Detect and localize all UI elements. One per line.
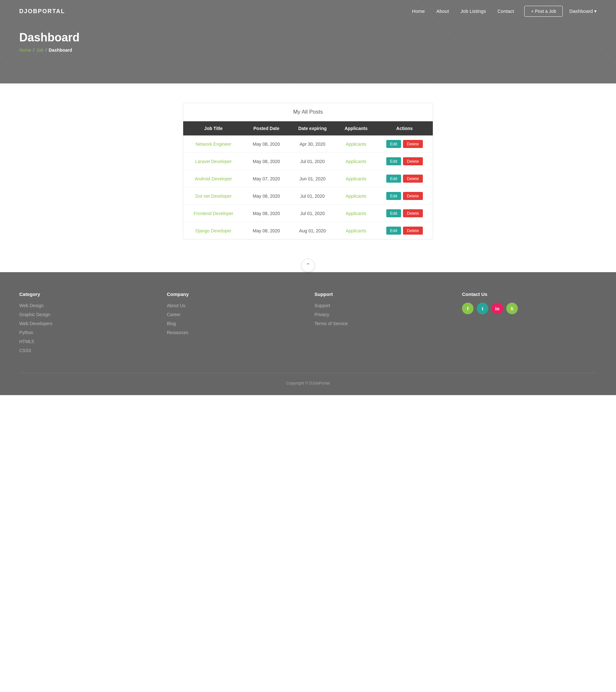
nav-about[interactable]: About	[436, 8, 449, 14]
footer-category-web-developers[interactable]: Web Developers	[19, 321, 52, 326]
posts-table-container: My All Posts Job Title Posted Date Date …	[183, 103, 433, 239]
actions-cell: Edit Delete	[376, 170, 433, 188]
delete-button[interactable]: Delete	[403, 157, 423, 165]
navbar: DJOBPORTAL Home About Job Listings Conta…	[0, 0, 616, 22]
actions-cell: Edit Delete	[376, 222, 433, 239]
footer-company-resources[interactable]: Resources	[167, 330, 188, 335]
nav-links: Home About Job Listings Contact	[412, 8, 514, 14]
footer-columns: Category Web Design Graphic Design Web D…	[19, 291, 597, 356]
job-title-cell: Android Developer	[183, 170, 244, 188]
table-header-row: Job Title Posted Date Date expiring Appl…	[183, 121, 433, 135]
edit-button[interactable]: Edit	[386, 140, 401, 148]
scroll-top-button[interactable]: ⌃	[301, 259, 315, 272]
table-row: Laravel Developer May 08, 2020 Jul 01, 2…	[183, 153, 433, 170]
posted-date-cell: May 08, 2020	[244, 135, 289, 153]
hero-content: Dashboard Home / Job / Dashboard	[19, 31, 597, 52]
edit-button[interactable]: Edit	[386, 226, 401, 235]
delete-button[interactable]: Delete	[403, 226, 423, 235]
social-icons: f t in li	[462, 303, 597, 314]
footer-bottom: Copyright © DJobPortel	[19, 373, 597, 386]
posted-date-cell: May 08, 2020	[244, 153, 289, 170]
nav-home[interactable]: Home	[412, 8, 425, 14]
job-title-link[interactable]: Android Developer	[195, 176, 232, 181]
footer-contact-title: Contact Us	[462, 291, 597, 297]
table-section-title: My All Posts	[183, 103, 433, 121]
footer-company-list: About Us Career Blog Resources	[167, 303, 302, 336]
expiring-date-cell: Jul 01, 2020	[289, 153, 336, 170]
applicants-link[interactable]: Applicants	[346, 142, 367, 147]
applicants-cell: Applicants	[336, 153, 376, 170]
footer-category-css3[interactable]: CSS3	[19, 348, 31, 353]
footer-company-title: Company	[167, 291, 302, 297]
footer-company-about-us[interactable]: About Us	[167, 303, 185, 308]
instagram-icon[interactable]: in	[491, 303, 503, 314]
footer-support-col: Support Support Privacy Terms of Service	[314, 291, 449, 356]
job-title-link[interactable]: Network Engineer	[196, 142, 231, 147]
twitter-icon[interactable]: t	[477, 303, 488, 314]
edit-button[interactable]: Edit	[386, 175, 401, 182]
footer-category-html5[interactable]: HTML5	[19, 339, 34, 344]
job-title-link[interactable]: Frontend Developer	[194, 211, 233, 216]
job-title-cell: Frontend Developer	[183, 205, 244, 222]
footer-support-support[interactable]: Support	[314, 303, 330, 308]
col-posted-date: Posted Date	[244, 121, 289, 135]
expiring-date-cell: Jul 01, 2020	[289, 188, 336, 205]
table-body: Network Engineer May 08, 2020 Apr 30, 20…	[183, 135, 433, 239]
edit-button[interactable]: Edit	[386, 157, 401, 165]
job-title-link[interactable]: Django Developer	[195, 228, 231, 233]
expiring-date-cell: Apr 30, 2020	[289, 135, 336, 153]
job-title-cell: Laravel Developer	[183, 153, 244, 170]
footer-company-blog[interactable]: Blog	[167, 321, 176, 326]
job-title-link[interactable]: Laravel Developer	[195, 159, 232, 164]
applicants-link[interactable]: Applicants	[346, 228, 367, 233]
breadcrumb-home[interactable]: Home	[19, 47, 31, 52]
delete-button[interactable]: Delete	[403, 175, 423, 182]
footer-support-terms[interactable]: Terms of Service	[314, 321, 348, 326]
job-title-cell: Dot net Developer	[183, 188, 244, 205]
copyright-text: Copyright © DJobPortel	[286, 381, 330, 386]
footer-contact-col: Contact Us f t in li	[462, 291, 597, 356]
table-head: Job Title Posted Date Date expiring Appl…	[183, 121, 433, 135]
post-job-button[interactable]: + Post a Job	[524, 6, 563, 17]
table-row: Dot net Developer May 08, 2020 Jul 01, 2…	[183, 188, 433, 205]
posted-date-cell: May 08, 2020	[244, 188, 289, 205]
delete-button[interactable]: Delete	[403, 192, 423, 200]
footer-category-web-design[interactable]: Web Design	[19, 303, 44, 308]
edit-button[interactable]: Edit	[386, 192, 401, 200]
footer-category-python[interactable]: Python	[19, 330, 34, 335]
footer-support-privacy[interactable]: Privacy	[314, 312, 329, 317]
col-applicants: Applicants	[336, 121, 376, 135]
brand-logo: DJOBPORTAL	[19, 8, 65, 15]
breadcrumb-job[interactable]: Job	[36, 47, 44, 52]
job-title-link[interactable]: Dot net Developer	[195, 194, 232, 199]
nav-job-listings[interactable]: Job Listings	[460, 8, 486, 14]
footer-company-col: Company About Us Career Blog Resources	[167, 291, 302, 356]
posted-date-cell: May 08, 2020	[244, 222, 289, 239]
applicants-link[interactable]: Applicants	[346, 194, 367, 199]
nav-contact[interactable]: Contact	[498, 8, 514, 14]
dashboard-menu[interactable]: Dashboard ▾	[569, 8, 597, 14]
footer-company-career[interactable]: Career	[167, 312, 181, 317]
delete-button[interactable]: Delete	[403, 140, 423, 148]
expiring-date-cell: Jun 01, 2020	[289, 170, 336, 188]
scroll-top-wrap: ⌃	[0, 259, 616, 272]
footer-category-col: Category Web Design Graphic Design Web D…	[19, 291, 154, 356]
linkedin-icon[interactable]: li	[506, 303, 518, 314]
breadcrumb-sep1: /	[33, 47, 34, 52]
breadcrumb: Home / Job / Dashboard	[19, 47, 597, 52]
job-title-cell: Django Developer	[183, 222, 244, 239]
breadcrumb-sep2: /	[46, 47, 47, 52]
facebook-icon[interactable]: f	[462, 303, 474, 314]
col-actions: Actions	[376, 121, 433, 135]
edit-button[interactable]: Edit	[386, 209, 401, 217]
posts-table: Job Title Posted Date Date expiring Appl…	[183, 121, 433, 239]
footer-category-graphic-design[interactable]: Graphic Design	[19, 312, 50, 317]
delete-button[interactable]: Delete	[403, 209, 423, 217]
applicants-link[interactable]: Applicants	[346, 211, 367, 216]
applicants-link[interactable]: Applicants	[346, 176, 367, 181]
actions-cell: Edit Delete	[376, 205, 433, 222]
applicants-cell: Applicants	[336, 205, 376, 222]
footer-category-title: Category	[19, 291, 154, 297]
applicants-link[interactable]: Applicants	[346, 159, 367, 164]
breadcrumb-current: Dashboard	[49, 47, 72, 52]
